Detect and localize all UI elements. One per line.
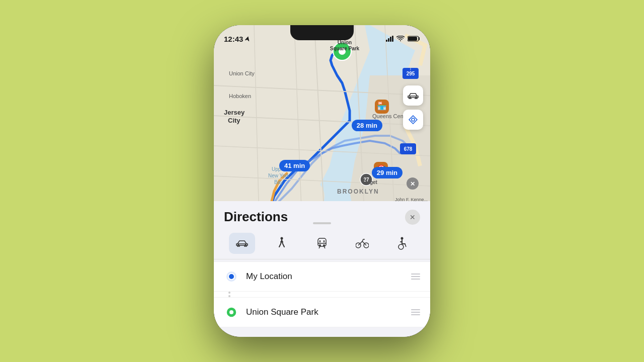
car-view-button[interactable]	[403, 85, 423, 106]
location-button[interactable]	[403, 110, 423, 130]
svg-point-69	[230, 275, 233, 278]
reorder-destination-icon	[411, 309, 420, 315]
svg-rect-1	[408, 37, 417, 41]
walk-tab[interactable]	[269, 233, 295, 254]
my-location-item[interactable]: My Location	[214, 261, 430, 292]
destination-icon	[224, 305, 239, 320]
svg-point-52	[237, 244, 239, 246]
location-arrow-icon	[245, 36, 250, 41]
location-list: My Location	[214, 259, 430, 329]
reorder-my-location-icon	[411, 274, 420, 280]
svg-text:City: City	[228, 117, 240, 124]
svg-text:Bay: Bay	[274, 179, 283, 185]
svg-line-59	[319, 246, 320, 248]
map-svg: Union City Hoboken Jersey City Queens Ce…	[214, 25, 430, 221]
svg-point-53	[245, 244, 246, 246]
svg-text:678: 678	[404, 146, 413, 152]
svg-text:BROOKLYN: BROOKLYN	[337, 188, 379, 195]
svg-point-54	[281, 237, 283, 240]
svg-point-57	[319, 244, 321, 246]
svg-point-49	[410, 97, 411, 98]
svg-text:✕: ✕	[410, 180, 415, 188]
wheelchair-icon	[397, 237, 407, 250]
svg-text:Target: Target	[362, 179, 377, 185]
clock: 12:43	[224, 35, 243, 43]
battery-icon	[408, 36, 420, 42]
cycle-icon	[356, 238, 369, 248]
car-icon	[408, 92, 419, 100]
union-square-item[interactable]: Union Square Park	[214, 298, 430, 327]
phone: 12:43	[214, 25, 430, 337]
svg-point-50	[416, 97, 417, 98]
transport-tabs	[214, 231, 430, 259]
route-badge-28min[interactable]: 28 min	[352, 120, 382, 131]
walk-icon	[278, 237, 286, 250]
svg-text:🏪: 🏪	[377, 101, 387, 111]
svg-text:295: 295	[407, 71, 415, 76]
current-location-icon	[226, 271, 237, 282]
svg-point-65	[401, 237, 404, 240]
svg-point-51	[412, 118, 415, 121]
drive-tab[interactable]	[229, 233, 255, 254]
location-arrow-control-icon	[409, 115, 418, 124]
directions-panel: Directions ✕	[214, 201, 430, 337]
svg-text:Hoboken: Hoboken	[229, 93, 251, 99]
status-time: 12:43	[224, 35, 250, 43]
map-area[interactable]: Union City Hoboken Jersey City Queens Ce…	[214, 25, 430, 221]
svg-text:New York: New York	[268, 173, 290, 178]
svg-text:Union City: Union City	[229, 70, 255, 76]
my-location-icon	[224, 269, 239, 284]
car-transport-icon	[235, 239, 249, 248]
cycle-tab[interactable]	[349, 233, 375, 254]
route-badge-41min[interactable]: 41 min	[279, 160, 310, 171]
wheelchair-tab[interactable]	[389, 233, 415, 254]
svg-text:I: I	[410, 67, 411, 71]
destination-label: Union Square Park	[246, 307, 411, 317]
drag-handle[interactable]	[313, 222, 331, 224]
signal-bars-icon	[386, 36, 393, 42]
route-badge-29min[interactable]: 29 min	[372, 167, 403, 178]
transit-icon	[316, 237, 328, 249]
destination-pin-icon	[226, 307, 237, 318]
directions-header: Directions ✕	[214, 201, 430, 231]
transit-tab[interactable]	[309, 233, 335, 254]
svg-point-66	[398, 244, 404, 249]
wifi-icon	[396, 36, 405, 42]
directions-title: Directions	[224, 209, 288, 225]
status-icons	[386, 36, 420, 42]
my-location-label: My Location	[246, 272, 411, 282]
notch	[290, 25, 354, 40]
screen: 12:43	[214, 25, 430, 337]
svg-point-71	[229, 310, 233, 314]
svg-point-58	[323, 244, 325, 246]
map-controls	[403, 85, 423, 130]
svg-line-60	[324, 246, 325, 248]
close-button[interactable]: ✕	[405, 210, 420, 225]
svg-text:Jersey: Jersey	[224, 109, 245, 116]
